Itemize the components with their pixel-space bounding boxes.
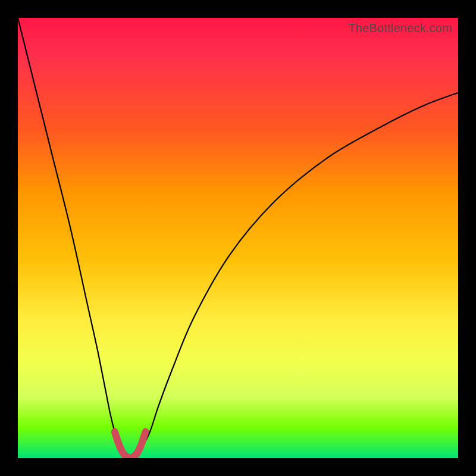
right-curve-line xyxy=(132,93,458,458)
left-curve-line xyxy=(18,18,132,458)
optimal-band-marker xyxy=(115,432,146,458)
watermark-text: TheBottleneck.com xyxy=(348,21,452,35)
chart-plot-area: TheBottleneck.com xyxy=(18,18,458,458)
chart-svg xyxy=(18,18,458,458)
